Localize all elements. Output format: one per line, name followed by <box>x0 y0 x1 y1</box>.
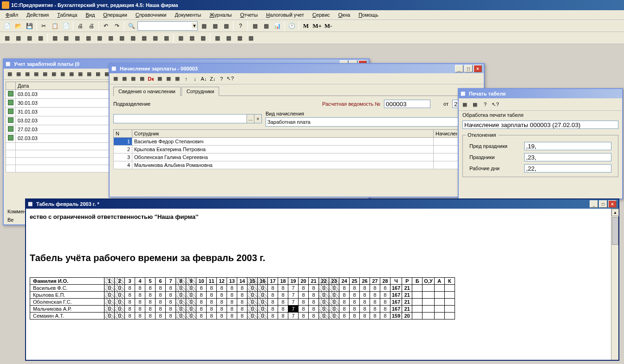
dk-icon[interactable]: Dк <box>147 75 155 83</box>
tool-icon[interactable]: ▦ <box>76 70 84 78</box>
tool-icon[interactable]: ▦ <box>210 21 220 31</box>
minimize-button[interactable]: _ <box>455 65 463 72</box>
menu-operations[interactable]: Операции <box>99 11 130 19</box>
doc-ref-input[interactable] <box>462 121 618 129</box>
holidays-input[interactable] <box>524 153 611 161</box>
table-row[interactable]: Оболенская Г.С.0088888008888800887880088… <box>30 299 455 306</box>
tool-icon[interactable]: ▦ <box>41 70 49 78</box>
accrual-window[interactable]: ▦ Начисление зарплаты - 000003 _ □ × ▦ ▦… <box>109 63 485 198</box>
tbar2-icon[interactable]: ▦ <box>139 33 149 43</box>
tool-icon[interactable]: ▦ <box>221 21 231 31</box>
tbar2-icon[interactable]: ▦ <box>2 33 12 43</box>
tool-icon[interactable]: ▦ <box>58 70 67 78</box>
help-icon[interactable]: ? <box>235 21 246 31</box>
clear-button[interactable]: × <box>254 115 261 123</box>
table-row[interactable]: 1Васильев Федор Степанович8,000 <box>114 138 480 146</box>
report-titlebar[interactable]: ▦ Табель февраль 2003 г. * _ □ × <box>26 199 618 209</box>
print-preview-icon[interactable]: 🖨 <box>86 21 97 31</box>
tbar2-icon[interactable]: ▦ <box>212 33 222 43</box>
table-row[interactable]: Васильев Ф.С.008888800888880088788008888… <box>30 285 455 292</box>
tool-icon[interactable]: ▦ <box>199 21 209 31</box>
menu-help[interactable]: Помощь <box>355 11 382 19</box>
doc-no-input[interactable] <box>384 100 430 108</box>
tbar2-icon[interactable]: ▦ <box>198 33 208 43</box>
tool-icon[interactable]: ▦ <box>14 70 23 78</box>
menu-service[interactable]: Сервис <box>309 11 334 19</box>
tbar2-icon[interactable]: ▦ <box>176 33 186 43</box>
vertical-scrollbar[interactable]: ▲ <box>611 209 618 360</box>
up-arrow-icon[interactable]: ↑ <box>182 75 190 83</box>
close-button[interactable]: × <box>608 200 617 208</box>
tbar2-icon[interactable]: ▦ <box>161 33 171 43</box>
tool-icon[interactable]: ▦ <box>67 70 76 78</box>
pointer-help-icon[interactable]: ↖? <box>491 100 500 109</box>
print-icon[interactable]: 🖨 <box>75 21 85 31</box>
down-arrow-icon[interactable]: ↓ <box>191 75 199 83</box>
menu-journals[interactable]: Журналы <box>206 11 235 19</box>
scroll-thumb[interactable] <box>612 217 618 245</box>
tbar2-icon[interactable]: ▦ <box>234 33 245 43</box>
open-icon[interactable]: 📂 <box>13 21 23 31</box>
tool-icon[interactable]: ▦ <box>111 75 120 83</box>
table-row[interactable]: Семакин А.Т.0088888008888800887880088888… <box>30 313 455 319</box>
tool-icon[interactable]: ▦ <box>156 75 164 83</box>
tool-icon[interactable]: ▦ <box>120 75 129 83</box>
menu-reports[interactable]: Отчеты <box>236 11 261 19</box>
tool-icon[interactable]: ▦ <box>164 75 173 83</box>
tbar2-icon[interactable]: ▦ <box>61 33 71 43</box>
table-row[interactable]: Мальчикова А.Р.0088888008888800887880088… <box>30 306 455 313</box>
tbar2-icon[interactable]: ▦ <box>187 33 197 43</box>
tool-icon[interactable]: ▦ <box>471 100 479 109</box>
subdiv-input[interactable]: … × <box>113 114 262 123</box>
type-input[interactable] <box>266 117 480 127</box>
scroll-up-icon[interactable]: ▲ <box>611 209 619 216</box>
tool-icon[interactable]: ▦ <box>129 75 137 83</box>
tool-icon[interactable]: ▦ <box>85 70 93 78</box>
lookup-button[interactable]: … <box>247 115 254 123</box>
m-plus-button[interactable]: М+ <box>312 21 322 31</box>
maximize-button[interactable]: □ <box>599 200 607 208</box>
calc-icon[interactable]: ▦ <box>250 21 260 31</box>
calendar-icon[interactable]: ▦ <box>261 21 271 31</box>
tbar2-icon[interactable]: ▦ <box>94 33 104 43</box>
tbar2-icon[interactable]: ▦ <box>105 33 116 43</box>
help-icon[interactable]: ? <box>217 75 226 83</box>
menu-docs[interactable]: Документы <box>171 11 205 19</box>
copy-icon[interactable]: 📋 <box>50 21 60 31</box>
clock-icon[interactable]: 🕐 <box>286 21 297 31</box>
find-icon[interactable]: 🔍 <box>126 21 136 31</box>
tbar2-icon[interactable]: ▦ <box>223 33 234 43</box>
accrual-titlebar[interactable]: ▦ Начисление зарплаты - 000003 _ □ × <box>110 64 484 73</box>
menu-table[interactable]: Таблица <box>53 11 81 19</box>
employees-grid[interactable]: N Сотрудник Начислено 1Васильев Федор Ст… <box>113 129 480 169</box>
tbar2-icon[interactable]: ▦ <box>150 33 160 43</box>
tool-icon[interactable]: ▦ <box>32 70 40 78</box>
undo-icon[interactable]: ↶ <box>101 21 111 31</box>
tool-icon[interactable]: ▦ <box>6 70 14 78</box>
sort-za-icon[interactable]: Z↓ <box>208 75 217 83</box>
tool-icon[interactable]: ▦ <box>461 100 469 109</box>
menu-file[interactable]: Файл <box>2 11 22 19</box>
tbar2-icon[interactable]: ▦ <box>24 33 34 43</box>
help-icon[interactable]: ? <box>481 100 489 109</box>
tbar2-icon[interactable]: ▦ <box>72 33 82 43</box>
col-emp[interactable]: Сотрудник <box>132 130 434 138</box>
cut-icon[interactable]: ✂ <box>39 21 49 31</box>
close-button[interactable]: × <box>474 65 482 72</box>
tool-icon[interactable]: ▦ <box>50 70 58 78</box>
report-window[interactable]: ▦ Табель февраль 2003 г. * _ □ × ество с… <box>25 198 619 361</box>
menu-windows[interactable]: Окна <box>335 11 354 19</box>
print-titlebar[interactable]: ▦ Печать табеля <box>459 89 622 98</box>
col-n[interactable]: N <box>114 130 132 138</box>
search-combo[interactable] <box>137 21 198 31</box>
tbar2-icon[interactable]: ▦ <box>246 33 256 43</box>
tab-employees[interactable]: Сотрудники <box>182 87 220 96</box>
print-tabel-window[interactable]: ▦ Печать табеля ▦ ▦ ? ↖? Обработка печат… <box>458 88 623 199</box>
paste-icon[interactable]: 📄 <box>61 21 71 31</box>
table-row[interactable]: 2Крылова Екатерина Петровна3,500 <box>114 146 480 153</box>
menu-refs[interactable]: Справочники <box>132 11 170 19</box>
tool-icon[interactable]: ▦ <box>94 70 102 78</box>
sort-az-icon[interactable]: A↓ <box>200 75 208 83</box>
maximize-button[interactable]: □ <box>464 65 473 72</box>
tab-info[interactable]: Сведения о начислении <box>113 87 181 96</box>
